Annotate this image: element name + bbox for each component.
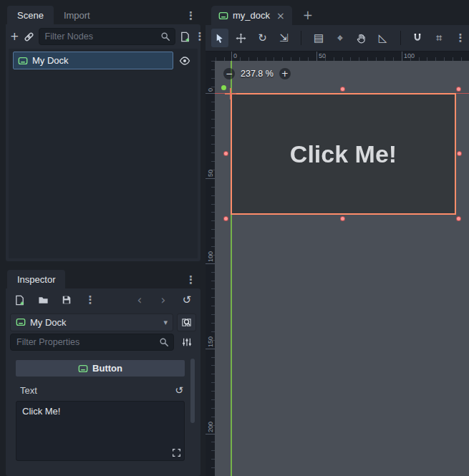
expand-icon bbox=[172, 448, 181, 457]
expand-text-button[interactable] bbox=[172, 448, 181, 457]
filter-nodes-input[interactable] bbox=[45, 31, 160, 42]
resize-handle-bottom-right[interactable] bbox=[456, 216, 461, 221]
inspector-scrollbar[interactable] bbox=[190, 359, 195, 423]
new-scene-tab-button[interactable]: + bbox=[299, 6, 316, 24]
save-icon bbox=[62, 295, 72, 305]
zoom-controls: − 237.8 % + bbox=[223, 68, 291, 79]
scene-tab-my-dock[interactable]: my_dock × bbox=[211, 6, 292, 25]
pivot-tool-button[interactable]: ⌖ bbox=[332, 29, 349, 47]
revert-property-button[interactable]: ↺ bbox=[175, 384, 183, 396]
new-resource-button[interactable] bbox=[10, 291, 29, 309]
history-forward-button[interactable]: › bbox=[154, 291, 173, 309]
pan-tool-button[interactable] bbox=[353, 29, 370, 47]
search-icon bbox=[160, 31, 170, 42]
ruler-vertical[interactable]: 0 50 100 150 200 bbox=[206, 61, 215, 476]
tab-scene[interactable]: Scene bbox=[7, 6, 54, 24]
rotate-tool-button[interactable]: ↻ bbox=[254, 29, 271, 47]
resource-menu-button[interactable]: ⋮ bbox=[81, 291, 100, 309]
load-resource-button[interactable] bbox=[34, 291, 52, 309]
menu-icon: ⋮ bbox=[455, 31, 466, 44]
dock-splitter-horizontal[interactable] bbox=[6, 261, 200, 270]
rotate-icon: ↻ bbox=[258, 31, 267, 44]
inspector-filter-row bbox=[9, 333, 198, 354]
move-tool-button[interactable] bbox=[233, 29, 250, 47]
add-node-button[interactable]: + bbox=[10, 27, 19, 46]
zoom-level-label[interactable]: 237.8 % bbox=[241, 69, 274, 79]
select-tool-button[interactable] bbox=[211, 29, 228, 47]
button-node-icon bbox=[78, 364, 88, 374]
save-resource-button[interactable] bbox=[57, 291, 76, 309]
tab-inspector[interactable]: Inspector bbox=[7, 270, 65, 288]
eye-icon bbox=[179, 55, 190, 67]
folder-icon bbox=[38, 295, 49, 306]
tree-row-selection[interactable]: My Dock bbox=[13, 52, 173, 69]
ruler-label: 50 bbox=[207, 170, 214, 177]
property-filter-options-button[interactable] bbox=[178, 333, 196, 351]
new-resource-icon bbox=[14, 295, 25, 306]
resize-handle-right[interactable] bbox=[457, 151, 462, 156]
toolbar-separator bbox=[400, 31, 401, 45]
list-select-icon: ▤ bbox=[314, 31, 324, 44]
toolbar-separator bbox=[301, 31, 301, 45]
toolbar-overflow-button[interactable]: ⋮ bbox=[452, 29, 469, 47]
link-icon bbox=[24, 31, 34, 42]
scene-tree: My Dock bbox=[9, 49, 198, 258]
zoom-out-button[interactable]: − bbox=[223, 68, 235, 79]
pan-hand-icon bbox=[356, 33, 367, 44]
tab-import[interactable]: Import bbox=[54, 6, 100, 24]
scene-dock-menu-icon[interactable]: ⋮ bbox=[185, 9, 196, 22]
category-label: Button bbox=[92, 363, 122, 374]
scale-tool-button[interactable]: ⇲ bbox=[275, 29, 292, 47]
object-history-button[interactable]: ↺ bbox=[178, 291, 196, 309]
attach-script-button[interactable] bbox=[180, 27, 190, 46]
list-select-button[interactable]: ▤ bbox=[310, 29, 327, 47]
attach-script-icon bbox=[180, 31, 190, 42]
resize-handle-bottom-left[interactable] bbox=[223, 216, 228, 221]
zoom-in-button[interactable]: + bbox=[279, 68, 291, 79]
inspector-toolbar: ⋮ ‹ › ↺ bbox=[9, 288, 198, 311]
history-back-button[interactable]: ‹ bbox=[130, 291, 149, 309]
ruler-label: 100 bbox=[207, 251, 214, 262]
tree-row[interactable]: My Dock bbox=[10, 51, 196, 70]
chevron-down-icon: ▾ bbox=[163, 318, 168, 327]
ruler-icon: ◺ bbox=[379, 31, 387, 44]
text-property-input[interactable]: Click Me! bbox=[16, 401, 185, 461]
smart-snap-button[interactable] bbox=[409, 29, 426, 47]
ruler-corner bbox=[206, 52, 215, 61]
doc-search-icon bbox=[181, 317, 192, 328]
canvas-2d[interactable]: Click Me! − 237.8 % + bbox=[215, 61, 469, 476]
instance-scene-button[interactable] bbox=[24, 27, 34, 46]
menu-icon: ⋮ bbox=[85, 293, 96, 306]
resize-handle-top-right[interactable] bbox=[456, 87, 461, 92]
grid-snap-button[interactable]: ⌗ bbox=[430, 29, 448, 47]
visibility-toggle[interactable] bbox=[176, 52, 193, 69]
node-selector-button[interactable]: My Dock ▾ bbox=[10, 314, 173, 331]
category-header-button[interactable]: Button bbox=[16, 360, 185, 377]
add-icon: + bbox=[10, 30, 19, 43]
button-node-icon bbox=[16, 317, 26, 327]
inspector-tabbar: Inspector ⋮ bbox=[6, 270, 200, 288]
ruler-label: 150 bbox=[207, 336, 214, 347]
dock-splitter-vertical[interactable] bbox=[200, 0, 206, 476]
scene-dock-tabbar: Scene Import ⋮ bbox=[6, 6, 200, 24]
scene-tab-label: my_dock bbox=[233, 10, 270, 21]
open-docs-button[interactable] bbox=[177, 314, 196, 331]
anchor-dot bbox=[221, 85, 226, 90]
filter-nodes-box bbox=[39, 28, 175, 45]
button-node-icon bbox=[218, 11, 228, 21]
filter-properties-input[interactable] bbox=[16, 337, 159, 347]
ruler-label: 100 bbox=[404, 52, 415, 59]
resize-handle-left[interactable] bbox=[223, 151, 228, 156]
scale-icon: ⇲ bbox=[279, 31, 289, 44]
inspector-menu-icon[interactable]: ⋮ bbox=[185, 273, 196, 286]
property-row-text: Text ↺ bbox=[14, 381, 186, 399]
close-tab-button[interactable]: × bbox=[276, 10, 285, 21]
inspector-dock: Inspector ⋮ bbox=[6, 270, 200, 476]
resize-handle-bottom[interactable] bbox=[340, 216, 345, 221]
ruler-tool-button[interactable]: ◺ bbox=[374, 29, 392, 47]
main-viewport: my_dock × + ↻ ⇲ bbox=[206, 0, 469, 476]
ruler-horizontal[interactable]: 0 50 100 bbox=[215, 52, 469, 61]
move-icon bbox=[236, 33, 246, 44]
magnet-icon bbox=[412, 33, 422, 43]
resize-handle-top[interactable] bbox=[340, 87, 345, 92]
